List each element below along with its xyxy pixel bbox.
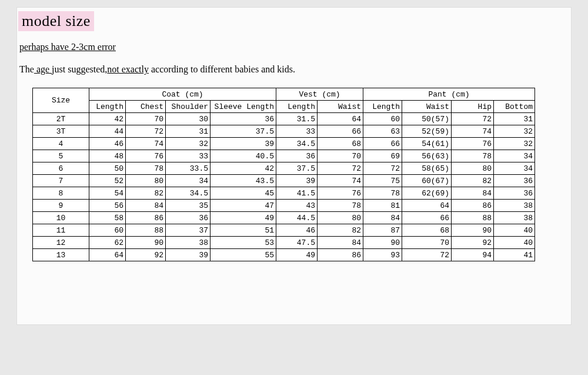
cell-value: 70 [126,113,166,125]
note-age: The age just suggested,not exactly accor… [19,64,571,75]
cell-value: 56(63) [402,150,452,162]
cell-value: 34.5 [276,138,318,150]
cell-value: 63 [363,125,402,138]
cell-value: 34.5 [166,187,211,200]
cell-value: 44 [89,125,126,138]
cell-value: 80 [452,162,494,175]
table-header-row-groups: Size Coat (cm) Vest (cm) Pant (cm) [33,88,535,101]
col-pant-waist: Waist [402,101,452,113]
cell-value: 52 [89,175,126,187]
cell-value: 33 [276,125,318,138]
cell-value: 88 [452,212,494,224]
cell-value: 46 [276,224,318,237]
size-table: Size Coat (cm) Vest (cm) Pant (cm) Lengt… [32,88,535,261]
cell-value: 37.5 [211,125,276,138]
cell-value: 53 [211,237,276,249]
cell-value: 39 [276,175,318,187]
cell-value: 54 [89,187,126,200]
col-size: Size [33,88,89,113]
cell-value: 69 [363,150,402,162]
col-coat-chest: Chest [126,101,166,113]
cell-value: 78 [363,187,402,200]
cell-value: 54(61) [402,138,452,150]
cell-value: 51 [211,224,276,237]
cell-value: 90 [126,237,166,249]
cell-value: 34 [494,162,535,175]
cell-size: 12 [33,237,89,249]
cell-value: 50(57) [402,113,452,125]
cell-value: 41 [494,249,535,261]
cell-value: 38 [166,237,211,249]
cell-value: 38 [494,200,535,212]
cell-value: 43.5 [211,175,276,187]
table-head: Size Coat (cm) Vest (cm) Pant (cm) Lengt… [33,88,535,113]
col-pant-hip: Hip [452,101,494,113]
col-vest-length: Length [276,101,318,113]
cell-value: 42 [89,113,126,125]
cell-value: 36 [166,212,211,224]
cell-value: 93 [363,249,402,261]
cell-value: 35 [166,200,211,212]
note-age-underline: age [34,64,52,74]
cell-value: 72 [363,162,402,175]
cell-value: 86 [452,200,494,212]
cell-value: 37.5 [276,162,318,175]
cell-value: 76 [452,138,494,150]
document-page: model size perhaps have 2-3cm error The … [16,7,572,325]
cell-value: 81 [363,200,402,212]
cell-value: 86 [318,249,363,261]
cell-value: 70 [402,237,452,249]
cell-value: 78 [318,200,363,212]
cell-value: 87 [363,224,402,237]
cell-value: 74 [318,175,363,187]
cell-value: 84 [126,200,166,212]
cell-value: 34 [166,175,211,187]
col-group-vest: Vest (cm) [276,88,363,101]
cell-size: 8 [33,187,89,200]
cell-value: 47.5 [276,237,318,249]
cell-value: 70 [318,150,363,162]
cell-value: 76 [318,187,363,200]
cell-value: 88 [126,224,166,237]
table-row: 1160883751468287689040 [33,224,535,237]
cell-value: 64 [402,200,452,212]
cell-value: 32 [494,138,535,150]
cell-value: 84 [452,187,494,200]
cell-value: 60 [89,224,126,237]
cell-size: 7 [33,175,89,187]
note-age-part: The [19,64,34,74]
cell-value: 36 [494,187,535,200]
cell-value: 33 [166,150,211,162]
cell-size: 10 [33,212,89,224]
table-row: 548763340.536706956(63)7834 [33,150,535,162]
cell-value: 42 [211,162,276,175]
cell-value: 82 [318,224,363,237]
cell-value: 80 [318,212,363,224]
cell-value: 92 [452,237,494,249]
cell-value: 92 [126,249,166,261]
cell-value: 36 [211,113,276,125]
cell-value: 47 [211,200,276,212]
cell-size: 6 [33,162,89,175]
table-row: 2T4270303631.5646050(57)7231 [33,113,535,125]
cell-size: 3T [33,125,89,138]
cell-value: 82 [126,187,166,200]
cell-value: 37 [166,224,211,237]
cell-value: 56 [89,200,126,212]
col-group-pant: Pant (cm) [363,88,535,101]
table-row: 126290385347.58490709240 [33,237,535,249]
cell-value: 41.5 [276,187,318,200]
col-pant-length: Length [363,101,402,113]
table-row: 44674323934.5686654(61)7632 [33,138,535,150]
cell-value: 40 [494,224,535,237]
note-error: perhaps have 2-3cm error [19,42,571,52]
cell-value: 84 [363,212,402,224]
cell-size: 2T [33,113,89,125]
cell-value: 32 [494,125,535,138]
cell-value: 68 [402,224,452,237]
cell-value: 36 [494,175,535,187]
cell-value: 90 [452,224,494,237]
cell-size: 9 [33,200,89,212]
table-body: 2T4270303631.5646050(57)72313T44723137.5… [33,113,535,261]
cell-value: 64 [318,113,363,125]
